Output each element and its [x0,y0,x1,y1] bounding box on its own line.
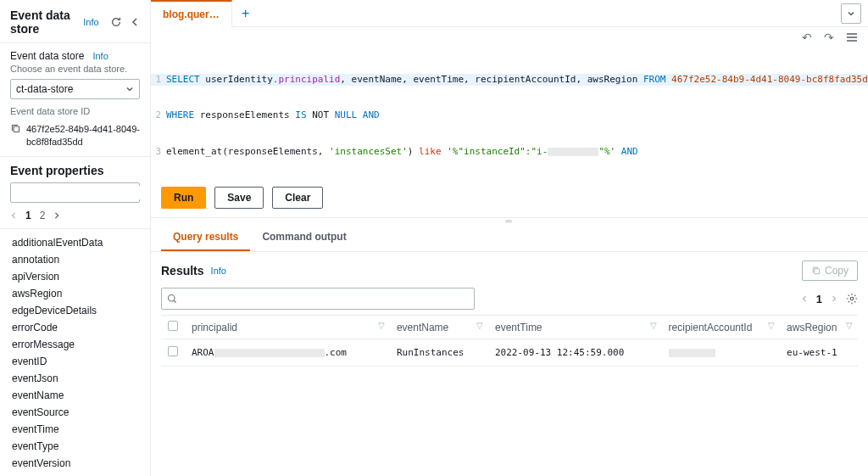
data-store-select[interactable]: ct-data-store [10,79,140,99]
sidebar-title: Event data store [10,8,78,36]
property-item[interactable]: insightDetails [0,472,150,476]
col-header: recipientAccountId▽ [662,316,780,339]
next-page[interactable] [831,294,837,303]
sort-icon[interactable]: ▽ [378,321,385,330]
property-item[interactable]: additionalEventData [0,234,150,251]
query-buttons: Run Save Clear [151,180,868,217]
next-page[interactable] [53,211,60,220]
properties-pager: 1 2 [10,210,140,221]
col-header: principalid▽ [185,316,390,339]
refresh-icon[interactable] [109,13,123,31]
copy-icon[interactable] [10,123,21,134]
property-item[interactable]: errorMessage [0,336,150,353]
data-store-label: Event data store [10,50,84,62]
sql-editor[interactable]: 1SELECT userIdentity.principalid, eventN… [151,48,868,180]
results-tabs: Query results Command output [151,224,868,252]
col-header: awsRegion▽ [780,316,858,339]
data-store-sublabel: Choose an event data store. [10,64,140,74]
tab-query-results[interactable]: Query results [161,224,250,251]
results-search[interactable] [161,288,475,310]
select-all-checkbox[interactable] [168,321,178,331]
property-item[interactable]: awsRegion [0,285,150,302]
svg-point-3 [169,295,175,302]
settings-bars-icon[interactable] [846,32,858,42]
tab-query[interactable]: blog.quer… [151,0,232,27]
properties-section: Event properties 1 2 [0,156,150,228]
tab-label: blog.quer… [163,8,220,20]
sidebar: Event data store Info Event data store I… [0,0,151,476]
data-store-selected: ct-data-store [16,83,73,95]
property-item[interactable]: eventSource [0,404,150,421]
results-search-input[interactable] [181,292,469,305]
sort-icon[interactable]: ▽ [768,321,775,330]
svg-rect-0 [14,126,19,132]
clear-button[interactable]: Clear [272,187,323,209]
properties-title: Event properties [10,164,140,182]
store-id: 467f2e52-84b9-4d41-8049-bc8f8fad35dd [26,123,140,149]
chevron-down-icon [125,85,134,93]
info-link[interactable]: Info [211,266,226,276]
sort-icon[interactable]: ▽ [650,321,657,330]
sort-icon[interactable]: ▽ [846,321,853,330]
redo-icon[interactable]: ↷ [824,31,834,44]
results-pager: 1 [801,293,858,305]
page-current: 1 [816,293,822,305]
property-item[interactable]: edgeDeviceDetails [0,302,150,319]
collapse-sidebar-icon[interactable] [128,13,142,31]
table-row[interactable]: AROA.com RunInstances 2022-09-13 12:45:5… [161,339,858,367]
properties-list[interactable]: additionalEventDataannotationapiVersiona… [0,228,150,476]
tab-command-output[interactable]: Command output [250,224,358,251]
undo-icon[interactable]: ↶ [802,31,812,44]
main: blog.quer… + ↶ ↷ 1SELECT userIdentity.pr… [151,0,868,476]
prev-page[interactable] [10,211,17,220]
sort-icon[interactable]: ▽ [476,321,483,330]
svg-rect-2 [815,269,820,274]
svg-point-4 [850,297,854,300]
store-id-label: Event data store ID [10,106,140,116]
prev-page[interactable] [801,294,808,303]
data-store-section: Event data store Info Choose an event da… [0,42,150,156]
results-panel: Results Info Copy 1 [151,252,868,476]
properties-search-input[interactable] [19,186,150,199]
run-button[interactable]: Run [161,187,206,209]
col-header: eventTime▽ [488,316,662,339]
property-item[interactable]: apiVersion [0,268,150,285]
info-link[interactable]: Info [92,51,108,61]
property-item[interactable]: annotation [0,251,150,268]
results-table: principalid▽ eventName▽ eventTime▽ recip… [161,315,858,367]
property-item[interactable]: eventName [0,387,150,404]
editor-tabbar: blog.quer… + [151,0,868,27]
property-item[interactable]: eventJson [0,370,150,387]
row-checkbox[interactable] [168,346,178,356]
results-title: Results [161,264,204,277]
property-item[interactable]: eventType [0,438,150,455]
info-link[interactable]: Info [83,17,98,27]
copy-button[interactable]: Copy [802,260,858,281]
store-id-row: 467f2e52-84b9-4d41-8049-bc8f8fad35dd [10,123,140,149]
page-2[interactable]: 2 [40,210,46,221]
tab-dropdown[interactable] [841,3,861,24]
property-item[interactable]: eventTime [0,421,150,438]
property-item[interactable]: errorCode [0,319,150,336]
gear-icon[interactable] [846,293,858,305]
properties-search[interactable] [10,182,140,203]
search-icon [167,294,177,304]
property-item[interactable]: eventVersion [0,455,150,472]
sidebar-header: Event data store Info [0,0,150,42]
resize-handle[interactable]: ═ [151,217,868,224]
property-item[interactable]: eventID [0,353,150,370]
tab-add[interactable]: + [232,0,259,27]
save-button[interactable]: Save [214,187,264,209]
copy-icon [811,266,821,276]
page-current: 1 [25,210,31,221]
editor-toolbar: ↶ ↷ [151,27,868,48]
col-header: eventName▽ [390,316,488,339]
